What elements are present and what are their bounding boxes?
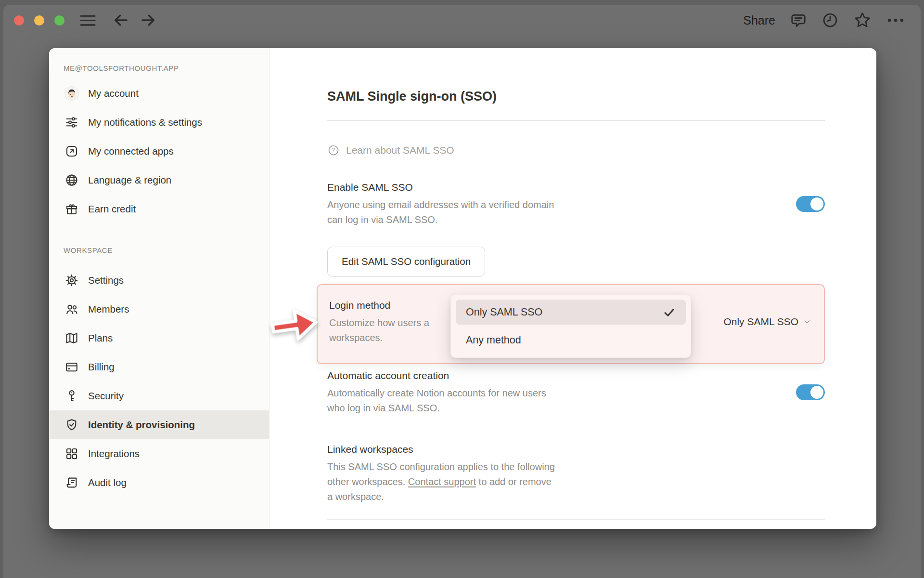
svg-text:?: ? [332,147,335,154]
linked-workspaces-heading: Linked workspaces [327,443,825,456]
dropdown-option-only-saml-sso[interactable]: Only SAML SSO [456,300,686,325]
linked-workspaces-block: Linked workspaces This SAML SSO configur… [327,443,825,504]
sliders-icon [64,115,79,130]
dropdown-option-label: Only SAML SSO [466,306,542,318]
enable-saml-heading: Enable SAML SSO [327,181,554,194]
question-circle-icon: ? [327,144,340,157]
sidebar-item-label: Integrations [88,448,140,460]
sidebar-item-label: Language & region [88,174,171,186]
sidebar-item-label: Members [88,303,129,315]
sidebar-item-plans[interactable]: Plans [49,324,269,353]
updates-clock-icon[interactable] [821,12,839,29]
zoom-window-button[interactable] [54,15,64,26]
sidebar-item-language-region[interactable]: Language & region [49,166,269,195]
scroll-icon [64,475,79,490]
bottom-divider [327,519,825,520]
account-section-header: ME@TOOLSFORTHOUGHT.APP [64,64,269,73]
sidebar-item-security[interactable]: Security [49,381,269,410]
login-method-section: Login method Customize how users a works… [317,284,825,364]
title-divider [327,120,825,121]
sidebar-item-label: My notifications & settings [88,117,202,128]
sidebar-item-label: Settings [88,275,124,286]
hamburger-icon[interactable] [79,13,97,27]
login-method-selected-value: Only SAML SSO [723,316,798,328]
enable-saml-description: Anyone using email addresses with a veri… [327,197,554,227]
chevron-down-icon [803,317,811,326]
auto-account-heading: Automatic account creation [327,369,546,382]
dropdown-option-label: Any method [466,334,521,346]
workspace-section-header: WORKSPACE [64,246,269,255]
enable-saml-row: Enable SAML SSO Anyone using email addre… [327,181,825,227]
sidebar-item-billing[interactable]: Billing [49,353,269,381]
sidebar-item-label: Earn credit [88,203,136,215]
minimize-window-button[interactable] [34,15,44,26]
window-controls [14,15,64,26]
dropdown-option-any-method[interactable]: Any method [456,328,686,353]
credit-card-icon [64,360,79,374]
sidebar-item-integrations[interactable]: Integrations [49,439,269,468]
favorite-star-icon[interactable] [853,11,872,29]
arrow-up-right-square-icon [64,144,79,158]
auto-account-toggle[interactable] [796,384,825,400]
share-button[interactable]: Share [743,13,775,27]
sidebar-item-members[interactable]: Members [49,295,269,324]
sidebar-item-label: Plans [88,332,113,344]
globe-icon [64,173,79,187]
forward-icon[interactable] [140,12,157,29]
sidebar-item-label: Audit log [88,477,127,488]
login-method-select[interactable]: Only SAML SSO [723,316,811,328]
page-title: SAML Single sign-on (SSO) [327,89,825,104]
auto-account-row: Automatic account creation Automatically… [327,369,825,416]
sidebar-item-earn-credit[interactable]: Earn credit [49,195,269,223]
settings-modal: ME@TOOLSFORTHOUGHT.APP My accountMy noti… [49,48,876,529]
sidebar-item-my-connected-apps[interactable]: My connected apps [49,137,269,166]
sidebar-item-label: Identity & provisioning [88,419,195,431]
login-method-dropdown: Only SAML SSOAny method [450,294,691,358]
linked-workspaces-description: This SAML SSO configuration applies to t… [327,460,825,504]
sidebar-item-identity-provisioning[interactable]: Identity & provisioning [49,410,269,439]
sidebar-item-label: My account [88,88,139,99]
sidebar-item-my-notifications[interactable]: My notifications & settings [49,108,269,137]
map-icon [64,331,79,345]
enable-saml-toggle[interactable] [796,196,825,212]
learn-link-label: Learn about SAML SSO [346,144,454,156]
people-icon [64,302,79,316]
sidebar-item-settings[interactable]: Settings [49,266,269,295]
more-ellipsis-icon[interactable] [886,12,905,29]
gear-icon [64,273,79,288]
sidebar-item-label: Security [88,390,124,402]
titlebar: Share [3,5,921,36]
avatar [64,86,79,101]
sidebar-item-label: My connected apps [88,145,174,157]
contact-support-link[interactable]: Contact support [408,476,476,487]
key-icon [64,389,79,403]
gift-icon [64,202,79,216]
red-pointer-arrow-icon [268,301,322,349]
check-icon [663,306,676,319]
sidebar-item-audit-log[interactable]: Audit log [49,468,269,497]
comments-icon[interactable] [790,12,807,29]
workspace-items-list: SettingsMembersPlansBillingSecurityIdent… [49,266,269,497]
learn-about-saml-link[interactable]: ? Learn about SAML SSO [327,144,454,157]
account-items-list: My accountMy notifications & settingsMy … [49,79,269,223]
settings-sidebar: ME@TOOLSFORTHOUGHT.APP My accountMy noti… [49,48,270,529]
shield-check-icon [64,418,79,432]
sidebar-item-label: Billing [88,361,115,373]
close-window-button[interactable] [14,15,24,26]
back-icon[interactable] [112,12,129,29]
sidebar-item-my-account[interactable]: My account [49,79,269,108]
auto-account-description: Automatically create Notion accounts for… [327,386,546,416]
grid-icon [64,447,79,461]
edit-saml-config-button[interactable]: Edit SAML SSO configuration [327,247,485,276]
settings-main-panel: SAML Single sign-on (SSO) ? Learn about … [270,48,876,529]
